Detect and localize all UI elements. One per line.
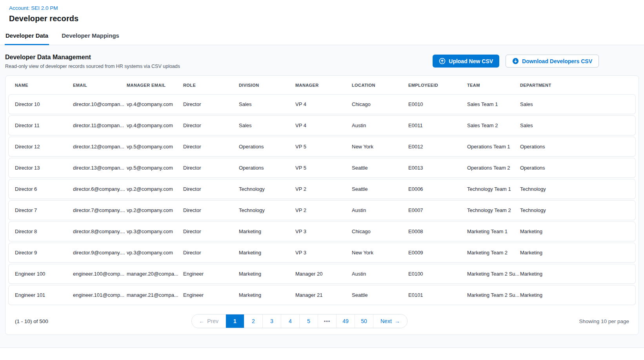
- table-row: Engineer 100engineer.100@comp...manager.…: [9, 264, 635, 283]
- download-developers-csv-button[interactable]: Download Developers CSV: [506, 55, 599, 68]
- table-cell: Seattle: [352, 165, 408, 171]
- developer-table-card: NAMEEMAILMANAGER EMAILROLEDIVISIONMANAGE…: [5, 75, 639, 335]
- table-cell: Director: [183, 186, 239, 192]
- pagination-page-4[interactable]: 4: [281, 314, 299, 328]
- arrow-right-icon: →: [395, 318, 400, 324]
- table-cell: E0012: [408, 144, 467, 150]
- table-cell: Marketing: [239, 228, 295, 234]
- table-cell: Sales: [239, 101, 295, 107]
- table-cell: Director: [183, 207, 239, 213]
- table-cell: vp.4@company.com: [127, 122, 183, 128]
- column-header-email: EMAIL: [73, 83, 127, 88]
- table-cell: Director: [183, 250, 239, 256]
- table-cell: Director: [183, 228, 239, 234]
- table-cell: Sales Team 1: [467, 101, 520, 107]
- pagination: ← Prev 12345•••4950 Next →: [191, 314, 408, 328]
- table-cell: Director 11: [15, 122, 73, 128]
- table-cell: director.8@company....: [73, 228, 127, 234]
- column-header-employeeid: EMPLOYEEID: [408, 83, 467, 88]
- table-cell: director.13@compan...: [73, 165, 127, 171]
- page-header: Account: SEI 2.0 PM Developer records: [0, 0, 644, 23]
- account-breadcrumb-link[interactable]: Account: SEI 2.0 PM: [9, 5, 58, 11]
- tab-developer-data[interactable]: Developer Data: [5, 30, 49, 45]
- result-range-text: (1 - 10) of 500: [15, 318, 99, 324]
- arrow-left-icon: ←: [199, 318, 204, 324]
- table-cell: Director: [183, 101, 239, 107]
- column-header-manager-email: MANAGER EMAIL: [127, 83, 183, 88]
- table-cell: VP 2: [295, 186, 352, 192]
- table-cell: Sales Team 2: [467, 122, 520, 128]
- table-row: Director 7director.7@company....vp.2@com…: [9, 201, 635, 220]
- table-cell: VP 5: [295, 165, 352, 171]
- column-header-division: DIVISION: [239, 83, 295, 88]
- table-row: Director 11director.11@compan...vp.4@com…: [9, 116, 635, 135]
- upload-new-csv-button[interactable]: Upload New CSV: [433, 55, 499, 68]
- table-cell: Director 13: [15, 165, 73, 171]
- table-cell: director.11@compan...: [73, 122, 127, 128]
- table-row: Director 10director.10@compan...vp.4@com…: [9, 95, 635, 114]
- table-cell: Marketing: [520, 228, 635, 234]
- table-cell: manager.21@compa...: [127, 292, 183, 298]
- column-header-team: TEAM: [467, 83, 520, 88]
- table-cell: Manager 21: [295, 292, 352, 298]
- table-cell: director.9@company....: [73, 250, 127, 256]
- table-cell: Director: [183, 165, 239, 171]
- table-cell: engineer.100@comp...: [73, 271, 127, 277]
- table-cell: Engineer 101: [15, 292, 73, 298]
- pagination-next-button[interactable]: Next →: [373, 314, 407, 328]
- pagination-page-1[interactable]: 1: [226, 314, 244, 328]
- table-cell: Sales: [239, 122, 295, 128]
- table-cell: Engineer: [183, 271, 239, 277]
- pagination-prev-button[interactable]: ← Prev: [192, 314, 226, 328]
- table-cell: Marketing Team 2: [467, 250, 520, 256]
- table-cell: Director 7: [15, 207, 73, 213]
- table-cell: New York: [352, 250, 408, 256]
- table-cell: Chicago: [352, 228, 408, 234]
- pagination-page-5[interactable]: 5: [299, 314, 318, 328]
- table-cell: E0013: [408, 165, 467, 171]
- table-cell: New York: [352, 144, 408, 150]
- pagination-page-3[interactable]: 3: [262, 314, 281, 328]
- table-cell: engineer.101@comp...: [73, 292, 127, 298]
- table-cell: Technology Team 1: [467, 186, 520, 192]
- section-header: Developer Data Management Read-only view…: [5, 54, 639, 69]
- tab-developer-mappings[interactable]: Developer Mappings: [61, 30, 120, 45]
- table-cell: director.7@company....: [73, 207, 127, 213]
- table-cell: Seattle: [352, 186, 408, 192]
- pagination-ellipsis: •••: [318, 314, 336, 328]
- action-buttons: Upload New CSV Download Developers CSV: [433, 54, 599, 68]
- table-cell: E0009: [408, 250, 467, 256]
- table-cell: Marketing Team 1: [467, 228, 520, 234]
- table-cell: E0007: [408, 207, 467, 213]
- table-cell: vp.3@company.com: [127, 250, 183, 256]
- table-cell: vp.3@company.com: [127, 228, 183, 234]
- table-cell: Manager 20: [295, 271, 352, 277]
- table-cell: Marketing: [520, 292, 635, 298]
- table-body: Director 10director.10@compan...vp.4@com…: [9, 95, 635, 305]
- pagination-page-2[interactable]: 2: [244, 314, 262, 328]
- table-cell: Marketing: [520, 250, 635, 256]
- table-cell: Marketing Team 2 Su...: [467, 292, 520, 298]
- table-cell: E0011: [408, 122, 467, 128]
- table-cell: E0100: [408, 271, 467, 277]
- table-cell: Operations: [520, 144, 635, 150]
- table-cell: Technology: [520, 207, 635, 213]
- table-cell: Technology: [239, 207, 295, 213]
- column-header-role: ROLE: [183, 83, 239, 88]
- table-cell: Seattle: [352, 292, 408, 298]
- column-header-department: DEPARTMENT: [520, 83, 635, 88]
- table-cell: Technology: [520, 186, 635, 192]
- pagination-page-49[interactable]: 49: [336, 314, 355, 328]
- column-header-location: LOCATION: [352, 83, 408, 88]
- table-cell: vp.5@company.com: [127, 165, 183, 171]
- table-cell: vp.4@company.com: [127, 101, 183, 107]
- table-cell: VP 5: [295, 144, 352, 150]
- download-circle-icon: [512, 58, 519, 64]
- table-cell: Marketing: [239, 271, 295, 277]
- pagination-page-50[interactable]: 50: [355, 314, 373, 328]
- table-cell: Engineer: [183, 292, 239, 298]
- table-cell: Austin: [352, 271, 408, 277]
- table-cell: E0010: [408, 101, 467, 107]
- table-cell: Operations: [520, 165, 635, 171]
- table-cell: Technology: [239, 186, 295, 192]
